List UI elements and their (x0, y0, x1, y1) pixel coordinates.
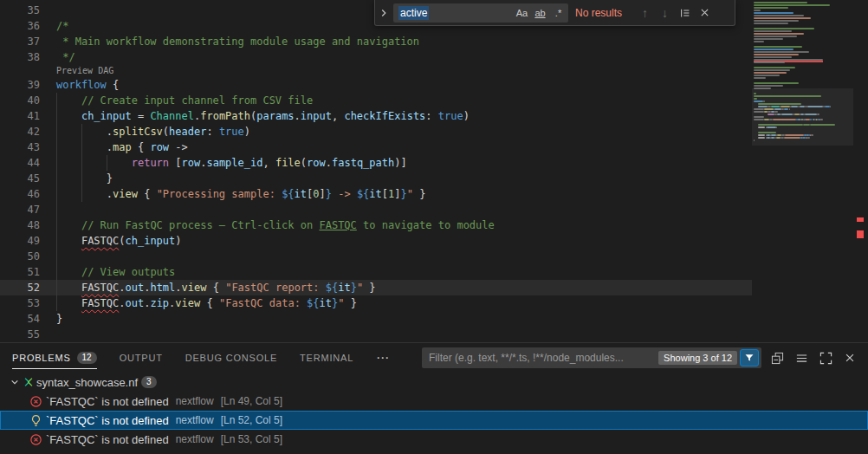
code-line-41[interactable]: 41 ch_input = Channel.fromPath(params.in… (0, 108, 752, 124)
vscode-workbench: 3536/*37 * Main workflow demonstrating m… (0, 0, 868, 454)
line-code[interactable]: workflow { (40, 77, 752, 93)
code-line-43[interactable]: 43 .map { row -> (0, 139, 752, 155)
code-line-51[interactable]: 51 // View outputs (0, 264, 752, 280)
line-number[interactable]: 54 (0, 311, 40, 327)
line-number[interactable]: 55 (0, 327, 40, 342)
close-find-button[interactable] (696, 3, 714, 22)
line-code[interactable]: * Main workflow demonstrating module usa… (40, 34, 752, 49)
panel-tab-bar: PROBLEMS12OUTPUTDEBUG CONSOLETERMINAL (12, 343, 376, 373)
line-number[interactable]: 47 (0, 202, 40, 217)
problems-filter-box: Showing 3 of 12 (422, 347, 761, 368)
line-code[interactable] (40, 249, 752, 264)
next-match-button[interactable]: ↓ (656, 3, 674, 22)
problems-file-row[interactable]: syntax_showcase.nf 3 (0, 373, 868, 392)
previous-match-button[interactable]: ↑ (636, 3, 654, 22)
line-number[interactable]: 45 (0, 171, 40, 186)
code-line-42[interactable]: 42 .splitCsv(header: true) (0, 124, 752, 139)
find-in-selection-button[interactable] (676, 3, 694, 22)
token: map (113, 141, 132, 153)
code-line-39[interactable]: 39workflow { (0, 77, 752, 93)
panel-tab-problems[interactable]: PROBLEMS12 (12, 343, 97, 373)
code-line-47[interactable]: 47 (0, 202, 752, 217)
code-line-48[interactable]: 48 // Run FastQC process — Ctrl-click on… (0, 217, 752, 233)
maximize-panel-icon (819, 352, 832, 365)
code-line-44[interactable]: 44 return [row.sample_id, file(row.fastq… (0, 155, 752, 171)
line-number[interactable]: 36 (0, 18, 40, 34)
panel-tab-debug-console[interactable]: DEBUG CONSOLE (185, 343, 277, 373)
line-number[interactable]: 43 (0, 139, 40, 155)
minimap[interactable] (752, 0, 853, 342)
indent-guide (56, 139, 57, 155)
code-editor[interactable]: 3536/*37 * Main workflow demonstrating m… (0, 0, 868, 342)
token: header (169, 126, 206, 138)
line-number[interactable]: 38 (0, 49, 40, 65)
regex-toggle[interactable]: .* (550, 4, 567, 21)
line-code[interactable]: } (40, 311, 752, 327)
collapse-all-button[interactable] (768, 348, 787, 367)
problem-row[interactable]: `FASTQC` is not definednextflow[Ln 49, C… (0, 392, 868, 411)
line-number[interactable]: 42 (0, 124, 40, 139)
find-input[interactable]: active Aaab.* (393, 3, 568, 23)
line-number[interactable]: 48 (0, 217, 40, 233)
line-code[interactable]: FASTQC.out.html.view { "FastQC report: $… (40, 280, 752, 295)
maximize-panel-button[interactable] (816, 348, 835, 367)
line-number[interactable]: 53 (0, 295, 40, 311)
code-line-38[interactable]: 38 */ (0, 49, 752, 65)
match-case-toggle[interactable]: Aa (514, 4, 530, 21)
close-panel-button[interactable] (840, 348, 859, 367)
line-code[interactable]: ch_input = Channel.fromPath(params.input… (40, 108, 752, 124)
line-code[interactable]: FASTQC.out.zip.view { "FastQC data: ${it… (40, 295, 752, 311)
file-name: syntax_showcase.nf (36, 376, 138, 389)
line-code[interactable]: return [row.sample_id, file(row.fastq_pa… (40, 155, 752, 171)
code-line-54[interactable]: 54} (0, 311, 752, 327)
token: { (138, 188, 157, 200)
code-line-52[interactable]: 52 FASTQC.out.html.view { "FastQC report… (0, 280, 752, 295)
whole-word-toggle[interactable]: ab (532, 4, 548, 21)
problem-row[interactable]: `FASTQC` is not definednextflow[Ln 52, C… (0, 411, 868, 430)
code-line-45[interactable]: 45 } (0, 171, 752, 186)
line-code[interactable]: // Run FastQC process — Ctrl-click on FA… (40, 217, 752, 233)
code-lens-preview-dag[interactable]: Preview DAG (56, 65, 752, 77)
code-line-37[interactable]: 37 * Main workflow demonstrating module … (0, 34, 752, 49)
line-number[interactable]: 39 (0, 77, 40, 93)
filter-input[interactable] (429, 352, 656, 364)
code-line-55[interactable]: 55 (0, 327, 752, 342)
code-line-46[interactable]: 46 .view { "Processing sample: ${it[0]} … (0, 186, 752, 202)
line-code[interactable]: */ (40, 49, 752, 65)
line-number[interactable]: 37 (0, 34, 40, 49)
line-code[interactable]: // View outputs (40, 264, 752, 280)
line-code[interactable]: FASTQC(ch_input) (40, 233, 752, 249)
code-line-53[interactable]: 53 FASTQC.out.zip.view { "FastQC data: $… (0, 295, 752, 311)
line-code[interactable]: } (40, 171, 752, 186)
line-code[interactable]: .view { "Processing sample: ${it[0]} -> … (40, 186, 752, 202)
token (56, 235, 81, 247)
code-line-49[interactable]: 49 FASTQC(ch_input) (0, 233, 752, 249)
line-number[interactable]: 40 (0, 93, 40, 108)
line-code[interactable]: .splitCsv(header: true) (40, 124, 752, 139)
more-filters-button[interactable] (740, 349, 759, 366)
code-line-50[interactable]: 50 (0, 249, 752, 264)
panel-tab-output[interactable]: OUTPUT (120, 343, 163, 373)
twistie[interactable] (7, 376, 23, 388)
view-as-table-button[interactable] (792, 348, 811, 367)
line-number[interactable]: 50 (0, 249, 40, 264)
line-code[interactable] (40, 202, 752, 217)
line-number[interactable]: 44 (0, 155, 40, 171)
line-number[interactable]: 49 (0, 233, 40, 249)
line-code[interactable]: .map { row -> (40, 139, 752, 155)
line-number[interactable]: 46 (0, 186, 40, 202)
minimap-slider[interactable] (752, 88, 853, 146)
line-code[interactable]: // Create input channel from CSV file (40, 93, 752, 108)
line-number[interactable]: 41 (0, 108, 40, 124)
line-number[interactable]: 35 (0, 3, 40, 18)
problem-row[interactable]: `FASTQC` is not definednextflow[Ln 53, C… (0, 430, 868, 449)
line-number[interactable]: 52 (0, 280, 40, 295)
line-code[interactable] (40, 327, 752, 342)
problems-rows: `FASTQC` is not definednextflow[Ln 49, C… (0, 392, 868, 449)
panel-tab-terminal[interactable]: TERMINAL (300, 343, 353, 373)
toggle-replace-button[interactable] (378, 0, 390, 25)
line-number[interactable]: 51 (0, 264, 40, 280)
overview-ruler[interactable] (853, 0, 868, 342)
more-tabs-button[interactable]: ⋯ (376, 350, 390, 366)
code-line-40[interactable]: 40 // Create input channel from CSV file (0, 93, 752, 108)
